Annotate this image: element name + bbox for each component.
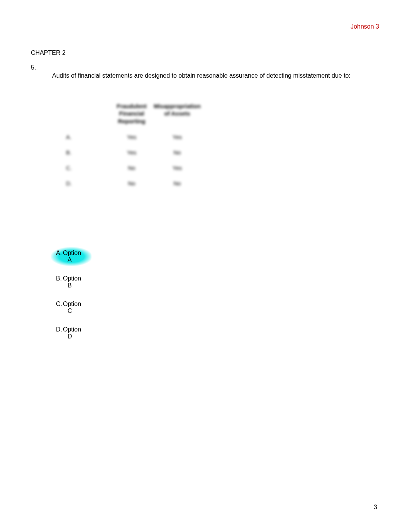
option-text: Option <box>63 326 81 333</box>
cell: Yes <box>114 130 149 144</box>
row-label: C. <box>63 161 113 175</box>
choices-table: Fraudulent Financial Reporting Misapprop… <box>62 97 379 192</box>
question-text: Audits of financial statements are desig… <box>52 72 379 80</box>
row-label: D. <box>63 176 113 190</box>
cell: No <box>150 176 204 190</box>
question-number: 5. <box>31 64 379 71</box>
page-number: 3 <box>374 504 377 511</box>
option-b[interactable]: B. Option B <box>56 275 87 289</box>
cell: No <box>150 145 204 160</box>
option-letter: D. <box>56 326 63 333</box>
cell: No <box>114 161 149 175</box>
page-header-right: Johnson 3 <box>31 23 379 30</box>
option-c[interactable]: C. Option C <box>56 301 87 314</box>
table-header-blank <box>63 99 113 129</box>
row-label: B. <box>63 145 113 160</box>
table-row: D. No No <box>63 176 204 190</box>
table-header-misappropriation: Misappropriation of Assets <box>150 99 204 129</box>
chapter-title: CHAPTER 2 <box>31 49 379 56</box>
answer-options: A. Option A B. Option B C. Option C D. O… <box>56 250 379 340</box>
row-label: A. <box>63 130 113 144</box>
table-row: B. Yes No <box>63 145 204 160</box>
option-text2: A <box>68 257 87 263</box>
option-text2: B <box>68 282 87 289</box>
option-d[interactable]: D. Option D <box>56 326 87 340</box>
option-letter: A. <box>56 250 63 257</box>
cell: Yes <box>150 130 204 144</box>
option-letter: B. <box>56 275 63 282</box>
option-text2: C <box>68 308 87 314</box>
table-row: A. Yes Yes <box>63 130 204 144</box>
option-text2: D <box>68 333 87 340</box>
option-text: Option <box>63 275 81 282</box>
option-letter: C. <box>56 301 63 308</box>
table-row: C. No Yes <box>63 161 204 175</box>
option-text: Option <box>63 250 81 257</box>
cell: No <box>114 176 149 190</box>
cell: Yes <box>114 145 149 160</box>
option-a[interactable]: A. Option A <box>56 250 87 263</box>
cell: Yes <box>150 161 204 175</box>
option-text: Option <box>63 301 81 308</box>
table-header-fraudulent: Fraudulent Financial Reporting <box>114 99 149 129</box>
